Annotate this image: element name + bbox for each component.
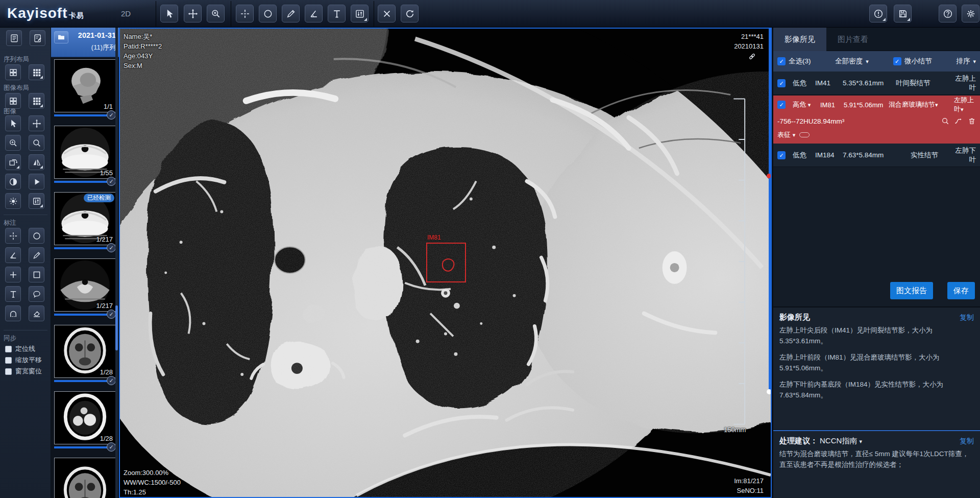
annotate-eraser-button[interactable]	[29, 305, 44, 321]
rail-zoom-in-button[interactable]	[5, 135, 21, 151]
thumbnail-image[interactable]: 1/28	[54, 325, 116, 378]
report-button[interactable]: 图文报告	[890, 282, 933, 299]
thumbnail-image[interactable]: 1/55	[54, 126, 116, 179]
feature-toggle[interactable]	[799, 132, 810, 137]
thumbnail-image[interactable]: 已经检测 1/217	[54, 192, 116, 245]
save-button[interactable]: 保存	[947, 282, 975, 299]
settings-button[interactable]	[962, 5, 979, 22]
series-layout-3x3-button[interactable]	[29, 64, 44, 80]
feature-dropdown[interactable]: 表征 ▾	[777, 130, 795, 139]
study-folder-button[interactable]	[54, 31, 68, 43]
sync-option-zoom-pan[interactable]: 缩放平移	[5, 355, 42, 365]
thumbnail-scrollbar-thumb[interactable]	[115, 305, 118, 350]
help-button[interactable]	[939, 5, 957, 22]
annotate-cross-button[interactable]	[5, 267, 21, 282]
follow-up-icon[interactable]	[954, 117, 963, 125]
annotate-freehand-button[interactable]	[29, 286, 44, 302]
thumbnail-check[interactable]: ✓	[107, 310, 116, 319]
sync-option-locator-line[interactable]: 定位线	[5, 344, 35, 353]
study-header[interactable]: 2021-01-31 (11)序列	[51, 28, 119, 57]
tab-imaging-findings[interactable]: 影像所见	[773, 28, 826, 51]
thumbnail-check[interactable]: ✓	[107, 243, 116, 252]
tab-image-view[interactable]: 图片查看	[826, 28, 879, 51]
annotate-rect-button[interactable]	[29, 267, 44, 282]
checkbox-checked[interactable]: ✓	[777, 79, 786, 87]
thumbnail-check[interactable]: ✓	[107, 442, 116, 452]
save-image-button[interactable]	[894, 5, 912, 22]
rail-invert-button[interactable]	[5, 174, 21, 189]
series-thumbnail-2[interactable]: 1/55 ✓	[54, 126, 116, 179]
slice-scrollbar[interactable]	[769, 29, 771, 392]
annotate-ruler-button[interactable]	[29, 247, 44, 263]
thumbnail-image[interactable]: 1/217	[54, 258, 116, 312]
alert-button[interactable]	[869, 5, 887, 22]
checkbox-checked[interactable]: ✓	[777, 101, 786, 109]
annotate-angle-button[interactable]	[5, 247, 21, 263]
nodule-row-im41[interactable]: ✓ 低危 IM41 5.35*3.61mm 叶间裂结节 左肺上叶	[773, 72, 980, 95]
image-layout-3x3-button[interactable]	[29, 93, 44, 109]
rail-brightness-button[interactable]	[5, 193, 21, 209]
series-thumbnail-4[interactable]: 1/217 ✓	[54, 258, 116, 312]
nodule-row-im81-selected[interactable]: ✓ 高危 ▾ IM81 5.91*5.06mm 混合磨玻璃结节▾ 左肺上叶▾ -…	[773, 96, 980, 144]
copy-advice-link[interactable]: 复制	[960, 437, 974, 446]
thumbnail-image[interactable]: 1/28	[54, 391, 116, 444]
annotate-marker-button[interactable]	[5, 228, 21, 244]
copy-findings-link[interactable]: 复制	[960, 313, 974, 322]
series-thumbnail-6[interactable]: 1/28 ✓	[54, 391, 116, 444]
text-tool-button[interactable]	[328, 5, 346, 22]
image-layout-2x2-button[interactable]	[5, 93, 21, 109]
checkbox-unchecked[interactable]	[5, 368, 12, 375]
main-ct-viewport[interactable]: IM81 Name:吴* Patid:R*****2 Age:043Y Sex:…	[119, 28, 772, 498]
series-list-button[interactable]	[6, 30, 22, 46]
series-layout-2x2-button[interactable]	[5, 64, 21, 80]
nodule-location-dropdown[interactable]: 左肺上叶▾	[954, 96, 977, 114]
checkbox-checked[interactable]: ✓	[777, 57, 786, 65]
rail-cine-play-button[interactable]	[29, 174, 44, 189]
measure-tool-button[interactable]	[282, 5, 300, 22]
micro-nodule-checkbox[interactable]: ✓微小结节	[893, 57, 932, 66]
marker-tool-button[interactable]	[236, 5, 254, 22]
annotate-arch-button[interactable]	[5, 305, 21, 321]
nodule-roi-box[interactable]	[426, 243, 466, 282]
slice-scroll-handle[interactable]	[767, 389, 772, 394]
guideline-dropdown[interactable]: NCCN指南 ▾	[820, 436, 862, 445]
series-thumbnail-7[interactable]	[54, 458, 116, 498]
thumbnail-check[interactable]: ✓	[107, 376, 116, 385]
link-series-icon[interactable]	[748, 52, 756, 61]
ellipse-tool-button[interactable]	[259, 5, 277, 22]
thumbnail-check[interactable]: ✓	[107, 177, 116, 186]
rail-pointer-button[interactable]	[5, 115, 21, 131]
annotate-ellipse-button[interactable]	[29, 228, 44, 244]
series-thumbnail-3[interactable]: 已经检测 1/217 ✓	[54, 192, 116, 245]
thumbnail-scrollbar-track[interactable]	[115, 28, 118, 498]
nodule-type-dropdown[interactable]: 混合磨玻璃结节▾	[889, 100, 954, 109]
nodule-row-im184[interactable]: ✓ 低危 IM184 7.63*5.84mm 实性结节 左肺下叶	[773, 144, 980, 167]
slice-marker-dot[interactable]	[767, 174, 771, 178]
delete-nodule-icon[interactable]	[968, 117, 976, 125]
rail-magnify-button[interactable]	[29, 135, 44, 151]
select-all-checkbox[interactable]: ✓全选(3)	[777, 57, 811, 66]
thumbnail-check[interactable]: ✓	[107, 110, 116, 120]
pointer-tool-button[interactable]	[160, 5, 178, 22]
rail-pan-button[interactable]	[29, 115, 44, 131]
thumbnail-image[interactable]: 1/1	[54, 59, 116, 112]
rail-rotate-button[interactable]	[5, 154, 21, 170]
zoom-tool-button[interactable]	[207, 5, 225, 22]
annotate-text-button[interactable]	[5, 286, 21, 302]
checkbox-checked[interactable]: ✓	[893, 57, 901, 65]
sync-option-window-level[interactable]: 窗宽窗位	[5, 367, 42, 376]
pan-tool-button[interactable]	[184, 5, 202, 22]
checkbox-unchecked[interactable]	[5, 346, 12, 352]
density-filter-dropdown[interactable]: 全部密度▾	[835, 57, 869, 66]
checkbox-checked[interactable]: ✓	[777, 151, 786, 159]
series-thumbnail-5[interactable]: 1/28 ✓	[54, 325, 116, 378]
magnify-nodule-icon[interactable]	[941, 117, 949, 125]
angle-tool-button[interactable]	[305, 5, 323, 22]
delete-annotation-button[interactable]	[378, 5, 396, 22]
series-thumbnail-1[interactable]: 1/1 ✓	[54, 59, 116, 112]
sort-dropdown[interactable]: 排序▾	[956, 57, 976, 66]
report-view-button[interactable]	[30, 30, 45, 46]
rail-flip-button[interactable]	[29, 154, 44, 170]
window-level-tool-button[interactable]	[351, 5, 369, 22]
risk-level-dropdown[interactable]: 高危 ▾	[793, 100, 820, 109]
